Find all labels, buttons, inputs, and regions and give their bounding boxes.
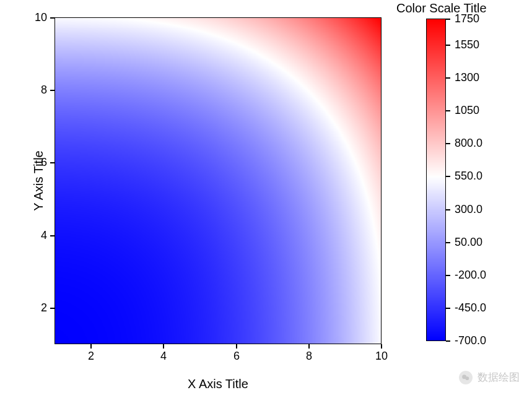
colorbar-tick-mark — [446, 77, 450, 79]
wechat-icon — [459, 371, 473, 384]
colorbar-tick-mark — [446, 242, 450, 243]
y-tick-label: 8 — [41, 84, 47, 97]
colorbar-tick-label: -450.0 — [455, 301, 486, 314]
y-tick-label: 2 — [41, 301, 47, 314]
colorbar-tick-mark — [446, 308, 450, 309]
colorbar-tick-mark — [446, 176, 450, 177]
colorbar-tick-label: 50.00 — [455, 236, 482, 249]
colorbar-tick-mark — [446, 275, 450, 276]
x-tick-label: 2 — [88, 350, 94, 363]
colorbar-gradient — [427, 19, 445, 340]
x-axis-title: X Axis Title — [188, 377, 248, 391]
heatmap-surface — [55, 18, 381, 344]
x-tick-label: 4 — [160, 350, 167, 363]
colorbar-tick-label: -200.0 — [455, 269, 486, 282]
colorbar-tick-label: 550.0 — [455, 170, 482, 183]
y-tick-mark — [50, 90, 55, 91]
colorbar-tick-label: 1750 — [455, 12, 479, 25]
watermark-text: 数据绘图 — [477, 370, 520, 384]
colorbar-tick-mark — [446, 143, 450, 144]
colorbar-tick-mark — [446, 110, 450, 111]
x-tick-mark — [163, 344, 164, 349]
colorbar-tick-mark — [446, 19, 450, 20]
colorbar-tick-label: 800.0 — [455, 137, 482, 150]
y-tick-label: 10 — [35, 11, 47, 24]
y-tick-label: 6 — [41, 156, 47, 169]
x-tick-mark — [381, 344, 382, 349]
y-tick-mark — [50, 17, 55, 19]
colorbar-tick-label: 1050 — [455, 104, 479, 117]
chart-container: Y Axis Title X Axis Title 2 4 6 8 10 2 4… — [0, 0, 532, 403]
x-tick-label: 8 — [306, 350, 312, 363]
x-tick-label: 6 — [233, 350, 240, 363]
x-tick-mark — [90, 344, 92, 349]
y-tick-label: 4 — [41, 229, 47, 242]
watermark: 数据绘图 — [459, 370, 520, 384]
colorbar-tick-mark — [446, 45, 450, 46]
colorbar-tick-mark — [446, 340, 450, 342]
colorbar-tick-label: 300.0 — [455, 203, 482, 216]
heatmap-plot-area — [55, 17, 382, 344]
colorbar-tick-label: 1550 — [455, 38, 479, 51]
colorbar-tick-label: -700.0 — [455, 334, 486, 347]
x-tick-label: 10 — [375, 350, 388, 363]
x-tick-mark — [308, 344, 310, 349]
y-tick-mark — [50, 308, 55, 309]
svg-point-1 — [465, 376, 469, 380]
colorbar-tick-label: 1300 — [455, 71, 479, 84]
y-tick-mark — [50, 235, 55, 236]
x-tick-mark — [236, 344, 237, 349]
y-tick-mark — [50, 162, 55, 163]
colorbar-tick-mark — [446, 209, 450, 210]
colorbar — [426, 19, 446, 341]
